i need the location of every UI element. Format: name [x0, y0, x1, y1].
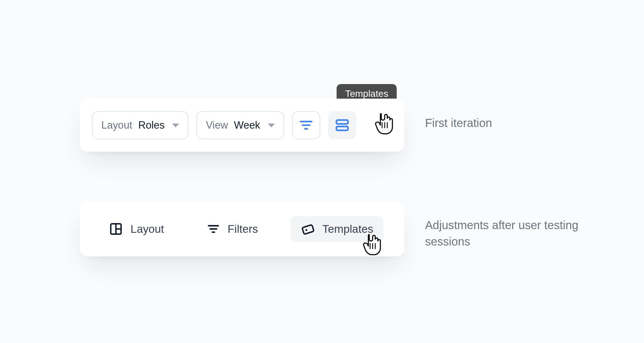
chevron-down-icon: [268, 123, 275, 127]
view-dropdown[interactable]: View Week: [197, 111, 284, 139]
filters-button-label: Filters: [228, 222, 258, 236]
templates-button[interactable]: Templates: [290, 216, 383, 242]
filter-icon: [207, 222, 220, 235]
svg-rect-14: [302, 225, 314, 234]
templates-button[interactable]: [328, 111, 356, 139]
svg-rect-3: [336, 120, 348, 124]
view-dropdown-value: Week: [234, 120, 260, 130]
templates-icon: [334, 118, 350, 133]
filter-icon: [299, 118, 314, 133]
toolbar-iteration-1: Layout Roles View Week: [80, 98, 405, 152]
svg-point-15: [305, 229, 308, 231]
svg-rect-4: [336, 127, 348, 131]
view-dropdown-label: View: [206, 120, 228, 130]
layout-button-label: Layout: [130, 222, 164, 236]
layout-dropdown-label: Layout: [101, 120, 132, 130]
templates-button-label: Templates: [322, 222, 373, 236]
iteration-2-caption: Adjustments after user testing sessions: [425, 217, 601, 251]
iteration-1-caption: First iteration: [425, 115, 492, 132]
layout-dropdown-value: Roles: [138, 120, 165, 130]
toolbar-iteration-2: Layout Filters Templates: [80, 202, 405, 257]
filters-button[interactable]: Filters: [197, 216, 268, 242]
ticket-icon: [301, 222, 315, 236]
layout-button[interactable]: Layout: [99, 216, 174, 242]
layout-icon: [109, 222, 123, 236]
chevron-down-icon: [172, 123, 179, 127]
layout-dropdown[interactable]: Layout Roles: [92, 111, 189, 139]
filter-button[interactable]: [292, 111, 320, 139]
